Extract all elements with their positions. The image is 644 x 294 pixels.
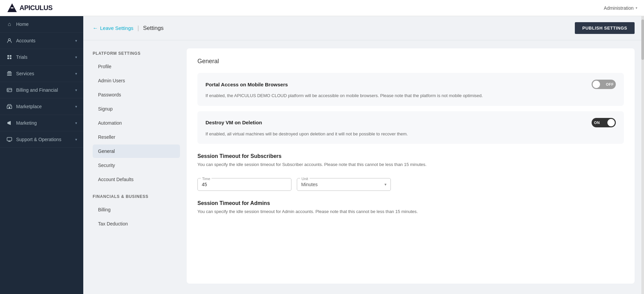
- settings-menu-passwords[interactable]: Passwords: [93, 88, 180, 101]
- chevron-down-icon: ▾: [75, 72, 77, 76]
- top-nav: APICULUS Administration ▾: [0, 0, 644, 16]
- settings-menu-profile[interactable]: Profile: [93, 60, 180, 73]
- svg-rect-16: [7, 137, 12, 141]
- svg-rect-7: [7, 72, 12, 73]
- toggle-label: OFF: [606, 82, 614, 86]
- logo: APICULUS: [7, 3, 52, 13]
- toggle-label: ON: [594, 121, 600, 125]
- destroy-vm-description: If enabled, all virtual machines will be…: [205, 131, 616, 137]
- admin-chevron-icon: ▾: [636, 6, 637, 10]
- portal-access-toggle[interactable]: OFF: [592, 80, 616, 89]
- sidebar-item-home[interactable]: ⌂ Home: [0, 16, 83, 33]
- chevron-down-icon: ▾: [75, 104, 77, 109]
- page-header: ← Leave Settings | Settings PUBLISH SETT…: [83, 16, 644, 40]
- settings-menu-billing[interactable]: Billing: [93, 203, 180, 216]
- support-icon: [6, 136, 13, 143]
- settings-menu-tax-deduction[interactable]: Tax Deduction: [93, 217, 180, 230]
- scrollbar-thumb[interactable]: [641, 19, 644, 60]
- svg-point-2: [8, 39, 10, 41]
- unit-select-value: Minutes: [301, 182, 318, 187]
- settings-menu-account-defaults[interactable]: Account Defaults: [93, 173, 180, 186]
- sidebar-item-marketplace[interactable]: Marketplace ▾: [0, 98, 83, 115]
- home-icon: ⌂: [6, 21, 13, 28]
- session-timeout-subscribers-section: Session Timeout for Subscribers You can …: [197, 153, 624, 191]
- chevron-down-icon: ▾: [75, 55, 77, 59]
- sidebar-item-label: Home: [16, 22, 29, 27]
- trials-icon: [6, 54, 13, 60]
- scrollbar-track: [641, 16, 644, 294]
- settings-menu: PLATFORM SETTINGS Profile Admin Users Pa…: [93, 48, 180, 284]
- billing-icon: [6, 87, 13, 93]
- settings-menu-signup[interactable]: Signup: [93, 102, 180, 116]
- portal-access-title: Portal Access on Mobile Browsers: [205, 82, 288, 87]
- admin-menu[interactable]: Administration ▾: [604, 5, 637, 11]
- platform-settings-title: PLATFORM SETTINGS: [93, 48, 180, 60]
- settings-menu-reseller[interactable]: Reseller: [93, 130, 180, 144]
- content-area: PLATFORM SETTINGS Profile Admin Users Pa…: [83, 40, 644, 292]
- sidebar-item-billing[interactable]: Billing and Financial ▾: [0, 82, 83, 98]
- chevron-down-icon: ▾: [75, 39, 77, 43]
- breadcrumb: ← Leave Settings | Settings: [93, 25, 164, 32]
- svg-rect-5: [7, 57, 9, 59]
- settings-content-panel: General Portal Access on Mobile Browsers…: [187, 48, 635, 284]
- back-arrow-icon: ←: [93, 25, 98, 31]
- svg-rect-6: [10, 57, 11, 59]
- services-icon: [6, 70, 13, 77]
- sidebar-item-label: Services: [16, 71, 34, 76]
- destroy-vm-card: Destroy VM on Deletion ON If enabled, al…: [197, 111, 624, 144]
- toggle-knob: [593, 81, 600, 88]
- settings-menu-general[interactable]: General: [93, 144, 180, 158]
- chevron-down-icon: ▾: [75, 88, 77, 92]
- settings-menu-admin-users[interactable]: Admin Users: [93, 74, 180, 87]
- sidebar-item-label: Trials: [16, 54, 28, 60]
- sidebar-item-accounts[interactable]: Accounts ▾: [0, 33, 83, 49]
- accounts-icon: [6, 37, 13, 44]
- main-content: ← Leave Settings | Settings PUBLISH SETT…: [83, 16, 644, 294]
- chevron-down-icon: ▾: [75, 121, 77, 125]
- svg-rect-10: [8, 71, 11, 72]
- svg-rect-1: [11, 7, 13, 8]
- sidebar-item-services[interactable]: Services ▾: [0, 66, 83, 82]
- sidebar: ⌂ Home Accounts ▾ Trials ▾ Services ▾: [0, 16, 83, 294]
- svg-rect-3: [7, 55, 9, 57]
- marketplace-icon: [6, 103, 13, 110]
- destroy-vm-header: Destroy VM on Deletion ON: [205, 118, 616, 127]
- chevron-down-icon: ▾: [384, 182, 386, 187]
- unit-label: Unit: [300, 177, 310, 181]
- leave-settings-label: Leave Settings: [100, 25, 133, 31]
- logo-text: APICULUS: [19, 4, 52, 12]
- destroy-vm-toggle[interactable]: ON: [592, 118, 616, 127]
- page-title: Settings: [143, 25, 164, 32]
- settings-menu-security[interactable]: Security: [93, 159, 180, 172]
- sidebar-item-support[interactable]: Support & Operations ▾: [0, 131, 83, 148]
- chevron-down-icon: ▾: [75, 137, 77, 142]
- destroy-vm-title: Destroy VM on Deletion: [205, 120, 262, 125]
- time-input[interactable]: [202, 182, 287, 187]
- svg-rect-13: [8, 90, 9, 91]
- unit-select[interactable]: Minutes ▾: [297, 178, 391, 191]
- settings-menu-automation[interactable]: Automation: [93, 116, 180, 130]
- sidebar-item-marketing[interactable]: Marketing ▾: [0, 115, 83, 131]
- sidebar-item-label: Billing and Financial: [16, 87, 58, 93]
- sidebar-item-label: Marketing: [16, 120, 37, 126]
- svg-rect-8: [7, 74, 12, 74]
- general-section-title: General: [197, 58, 624, 65]
- session-subscribers-title: Session Timeout for Subscribers: [197, 153, 624, 159]
- toggle-knob: [607, 119, 615, 126]
- sidebar-item-label: Marketplace: [16, 104, 42, 109]
- financials-section-title: FINANCIALS & BUSINESS: [93, 192, 180, 203]
- admin-label: Administration: [604, 5, 634, 11]
- session-timeout-admins-section: Session Timeout for Admins You can speci…: [197, 200, 624, 215]
- session-admins-description: You can specify the idle session timeout…: [197, 208, 624, 215]
- portal-access-header: Portal Access on Mobile Browsers OFF: [205, 80, 616, 89]
- sidebar-item-trials[interactable]: Trials ▾: [0, 49, 83, 66]
- leave-settings-link[interactable]: ← Leave Settings: [93, 25, 133, 31]
- marketing-icon: [6, 120, 13, 126]
- time-field: Time: [197, 174, 291, 191]
- unit-field: Unit Minutes ▾: [297, 174, 391, 191]
- svg-rect-11: [7, 88, 12, 92]
- portal-access-card: Portal Access on Mobile Browsers OFF If …: [197, 73, 624, 106]
- sidebar-item-label: Accounts: [16, 38, 36, 43]
- publish-settings-button[interactable]: PUBLISH SETTINGS: [575, 22, 635, 34]
- svg-rect-15: [9, 107, 10, 109]
